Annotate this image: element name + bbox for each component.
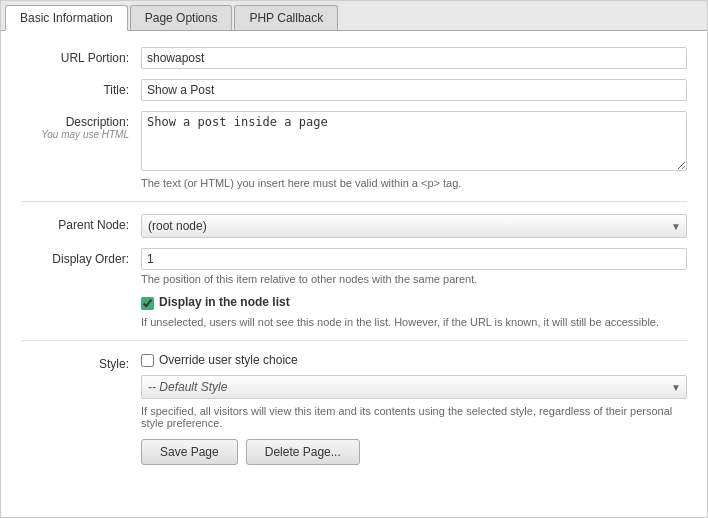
save-page-button[interactable]: Save Page — [141, 439, 238, 465]
style-label: Style: — [21, 353, 141, 371]
buttons-row: Save Page Delete Page... — [141, 439, 687, 465]
display-order-row: Display Order: The position of this item… — [21, 248, 687, 285]
override-style-checkbox[interactable] — [141, 354, 154, 367]
parent-node-select-wrapper: (root node) ▼ — [141, 214, 687, 238]
description-sublabel: You may use HTML — [21, 129, 129, 140]
parent-node-label: Parent Node: — [21, 214, 141, 232]
main-container: Basic Information Page Options PHP Callb… — [0, 0, 708, 518]
style-select-wrapper: -- Default Style ▼ — [141, 375, 687, 399]
display-order-label: Display Order: — [21, 248, 141, 266]
display-node-checkbox[interactable] — [141, 297, 154, 310]
override-style-row: Override user style choice — [141, 353, 687, 367]
form-area: URL Portion: Title: Description: You may… — [1, 31, 707, 481]
display-order-field: The position of this item relative to ot… — [141, 248, 687, 285]
style-hint: If specified, all visitors will view thi… — [141, 405, 687, 429]
parent-node-select[interactable]: (root node) — [141, 214, 687, 238]
divider-2 — [21, 340, 687, 341]
override-style-label[interactable]: Override user style choice — [159, 353, 298, 367]
display-node-checkbox-row: Display in the node list — [141, 295, 687, 310]
url-portion-input[interactable] — [141, 47, 687, 69]
style-field: Override user style choice -- Default St… — [141, 353, 687, 429]
description-row: Description: You may use HTML Show a pos… — [21, 111, 687, 189]
delete-page-button[interactable]: Delete Page... — [246, 439, 360, 465]
title-label: Title: — [21, 79, 141, 97]
display-node-desc: If unselected, users will not see this n… — [141, 316, 687, 328]
parent-node-row: Parent Node: (root node) ▼ — [21, 214, 687, 238]
url-portion-label: URL Portion: — [21, 47, 141, 65]
tab-page-options[interactable]: Page Options — [130, 5, 233, 30]
parent-node-field: (root node) ▼ — [141, 214, 687, 238]
display-order-hint: The position of this item relative to ot… — [141, 273, 687, 285]
style-select[interactable]: -- Default Style — [141, 375, 687, 399]
tab-php-callback[interactable]: PHP Callback — [234, 5, 338, 30]
description-hint: The text (or HTML) you insert here must … — [141, 177, 687, 189]
description-label: Description: You may use HTML — [21, 111, 141, 140]
description-field: Show a post inside a page The text (or H… — [141, 111, 687, 189]
divider-1 — [21, 201, 687, 202]
display-node-checkbox-label[interactable]: Display in the node list — [159, 295, 290, 309]
tab-basic-information[interactable]: Basic Information — [5, 5, 128, 31]
description-textarea[interactable]: Show a post inside a page — [141, 111, 687, 171]
tab-bar: Basic Information Page Options PHP Callb… — [1, 1, 707, 31]
style-row: Style: Override user style choice -- Def… — [21, 353, 687, 429]
url-portion-field — [141, 47, 687, 69]
url-portion-row: URL Portion: — [21, 47, 687, 69]
title-input[interactable] — [141, 79, 687, 101]
title-row: Title: — [21, 79, 687, 101]
display-order-input[interactable] — [141, 248, 687, 270]
title-field — [141, 79, 687, 101]
